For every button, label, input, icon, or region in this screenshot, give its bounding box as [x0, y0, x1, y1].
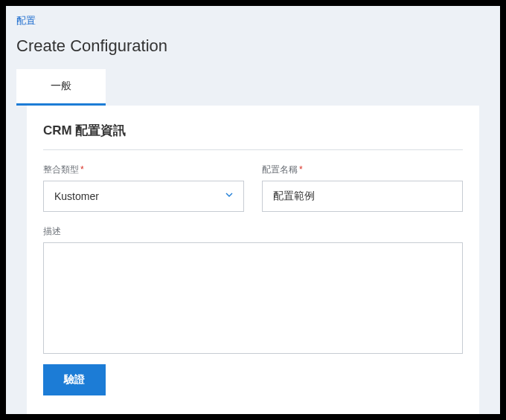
label-integration-type-text: 整合類型	[43, 164, 79, 175]
panel-general: CRM 配置資訊 整合類型*	[27, 106, 479, 414]
config-name-input[interactable]	[262, 181, 463, 212]
tabs: 一般	[16, 69, 490, 106]
required-mark: *	[299, 164, 303, 175]
breadcrumb-link-config[interactable]: 配置	[16, 15, 36, 26]
required-mark: *	[80, 164, 84, 175]
tab-general[interactable]: 一般	[16, 69, 106, 106]
label-config-name: 配置名稱*	[262, 164, 463, 176]
section-title: CRM 配置資訊	[43, 122, 463, 150]
label-integration-type: 整合類型*	[43, 164, 244, 176]
page-title: Create Configuration	[6, 32, 500, 69]
description-textarea[interactable]	[43, 242, 463, 354]
breadcrumb: 配置	[6, 6, 500, 32]
label-description: 描述	[43, 225, 463, 238]
validate-button[interactable]: 驗證	[43, 364, 106, 395]
integration-type-select[interactable]	[43, 181, 244, 212]
label-config-name-text: 配置名稱	[262, 164, 298, 175]
